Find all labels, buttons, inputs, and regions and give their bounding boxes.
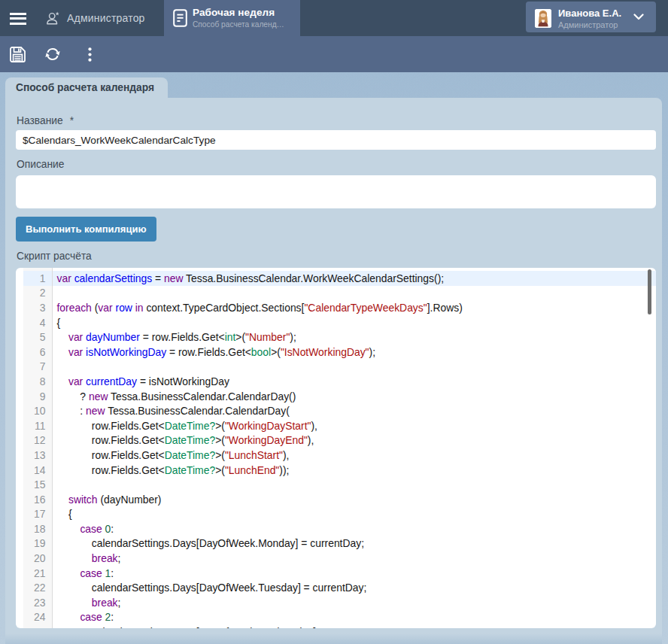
top-header-bar: Администратор Рабочая неделя Способ расч… bbox=[0, 0, 668, 36]
nav-tab-admin-label: Администратор bbox=[67, 12, 145, 24]
card-tab-text: Рабочая неделя Способ расчета календ… bbox=[193, 7, 284, 29]
script-field-label: Скрипт расчёта bbox=[17, 251, 92, 262]
code-line[interactable]: 17 { bbox=[16, 507, 656, 522]
code-line[interactable]: 10 : new Tessa.BusinessCalendar.Calendar… bbox=[16, 403, 656, 418]
code-line[interactable]: 2 bbox=[16, 286, 656, 301]
line-number: 17 bbox=[16, 508, 52, 520]
user-text: Иванова Е.А. Администратор bbox=[558, 8, 621, 30]
current-user-menu[interactable]: Иванова Е.А. Администратор bbox=[526, 2, 656, 32]
line-number: 12 bbox=[16, 434, 52, 446]
code-text: row.Fields.Get<DateTime?>("LunchEnd")); bbox=[52, 464, 290, 476]
line-number: 14 bbox=[16, 464, 52, 476]
code-line[interactable]: 6 var isNotWorkingDay = row.Fields.Get<b… bbox=[16, 345, 656, 360]
code-text: case 1: bbox=[52, 567, 114, 579]
save-button[interactable] bbox=[0, 36, 35, 72]
floppy-icon bbox=[9, 46, 26, 63]
code-line[interactable]: 4{ bbox=[16, 315, 656, 330]
kebab-icon bbox=[88, 47, 92, 62]
code-line[interactable]: 9 ? new Tessa.BusinessCalendar.CalendarD… bbox=[16, 389, 656, 404]
code-line[interactable]: 25 calendarSettings.Days[DayOfWeek.Wedne… bbox=[16, 624, 656, 627]
compile-button[interactable]: Выполнить компиляцию bbox=[16, 217, 156, 242]
code-line[interactable]: 8 var currentDay = isNotWorkingDay bbox=[16, 374, 656, 389]
code-text: calendarSettings.Days[DayOfWeek.Monday] … bbox=[52, 537, 365, 549]
code-line[interactable]: 1var calendarSettings = new Tessa.Busine… bbox=[23, 271, 656, 286]
code-line[interactable]: 14 row.Fields.Get<DateTime?>("LunchEnd")… bbox=[16, 463, 656, 478]
code-text: switch (dayNumber) bbox=[52, 494, 162, 506]
code-text: var isNotWorkingDay = row.Fields.Get<boo… bbox=[52, 346, 376, 358]
line-number: 4 bbox=[16, 317, 52, 329]
line-number: 25 bbox=[16, 626, 52, 627]
code-line[interactable]: 16 switch (dayNumber) bbox=[16, 492, 656, 507]
description-input[interactable] bbox=[16, 175, 656, 208]
card-content-area: Способ расчета календаря Название* Описа… bbox=[0, 72, 668, 644]
code-line[interactable]: 12 row.Fields.Get<DateTime?>("WorkingDay… bbox=[16, 433, 656, 448]
code-line[interactable]: 7 bbox=[16, 360, 656, 375]
code-text: var dayNumber = row.Fields.Get<int>("Num… bbox=[52, 331, 296, 343]
line-number: 10 bbox=[16, 405, 52, 417]
code-line[interactable]: 21 case 1: bbox=[16, 566, 656, 581]
description-field-label: Описание bbox=[17, 159, 64, 170]
hamburger-menu-icon[interactable] bbox=[10, 13, 26, 26]
card-section-tab-label: Способ расчета календаря bbox=[16, 82, 154, 93]
code-text: row.Fields.Get<DateTime?>("WorkingDayEnd… bbox=[52, 434, 314, 446]
script-code-editor[interactable]: 1var calendarSettings = new Tessa.Busine… bbox=[16, 268, 656, 628]
code-line[interactable]: 23 break; bbox=[16, 595, 656, 610]
code-text: row.Fields.Get<DateTime?>("WorkingDaySta… bbox=[52, 420, 317, 432]
code-text: calendarSettings.Days[DayOfWeek.Tuesday]… bbox=[52, 582, 367, 594]
code-text: case 2: bbox=[52, 611, 114, 623]
line-number: 1 bbox=[23, 272, 52, 284]
more-actions-button[interactable] bbox=[72, 36, 107, 72]
code-text: var currentDay = isNotWorkingDay bbox=[52, 375, 229, 387]
code-line[interactable]: 22 calendarSettings.Days[DayOfWeek.Tuesd… bbox=[16, 580, 656, 595]
code-line[interactable]: 19 calendarSettings.Days[DayOfWeek.Monda… bbox=[16, 536, 656, 551]
line-number: 7 bbox=[16, 360, 52, 372]
code-line[interactable]: 24 case 2: bbox=[16, 610, 656, 625]
line-number: 8 bbox=[16, 375, 52, 387]
code-text: ? new Tessa.BusinessCalendar.CalendarDay… bbox=[52, 390, 296, 402]
description-label-text: Описание bbox=[17, 159, 64, 170]
code-text: var calendarSettings = new Tessa.Busines… bbox=[52, 272, 445, 284]
name-field-label: Название* bbox=[17, 115, 74, 126]
code-text: { bbox=[52, 508, 72, 520]
line-number: 21 bbox=[16, 567, 52, 579]
name-input[interactable] bbox=[16, 130, 656, 150]
line-number: 2 bbox=[16, 287, 52, 299]
line-number: 15 bbox=[16, 478, 52, 491]
line-number: 22 bbox=[16, 582, 52, 594]
code-line[interactable]: 15 bbox=[16, 477, 656, 492]
chevron-down-icon bbox=[633, 14, 644, 20]
line-number: 18 bbox=[16, 523, 52, 535]
card-panel: Название* Описание Выполнить компиляцию … bbox=[5, 98, 662, 644]
code-text: { bbox=[52, 317, 61, 329]
line-number: 16 bbox=[16, 494, 52, 506]
editor-vertical-scrollbar[interactable] bbox=[648, 269, 651, 314]
code-text: calendarSettings.Days[DayOfWeek.Wednesda… bbox=[52, 626, 382, 627]
nav-tab-admin[interactable]: Администратор bbox=[33, 0, 157, 36]
code-line[interactable]: 20 break; bbox=[16, 551, 656, 566]
card-tab-subtitle: Способ расчета календ… bbox=[193, 20, 284, 29]
line-number: 24 bbox=[16, 611, 52, 623]
card-toolbar bbox=[0, 36, 668, 72]
avatar bbox=[535, 9, 551, 28]
nav-tab-card-active[interactable]: Рабочая неделя Способ расчета календ… bbox=[164, 0, 300, 36]
line-number: 6 bbox=[16, 346, 52, 358]
document-icon bbox=[173, 9, 187, 27]
code-line[interactable]: 3foreach (var row in context.TypeCardObj… bbox=[16, 300, 656, 315]
line-number: 5 bbox=[16, 331, 52, 343]
code-text: row.Fields.Get<DateTime?>("LunchStart"), bbox=[52, 449, 290, 461]
card-section-tab[interactable]: Способ расчета календаря bbox=[5, 77, 168, 98]
application-window: Администратор Рабочая неделя Способ расч… bbox=[0, 0, 668, 644]
refresh-button[interactable] bbox=[35, 36, 70, 72]
code-line[interactable]: 11 row.Fields.Get<DateTime?>("WorkingDay… bbox=[16, 418, 656, 433]
required-mark: * bbox=[70, 115, 74, 126]
code-line[interactable]: 5 var dayNumber = row.Fields.Get<int>("N… bbox=[16, 330, 656, 345]
name-label-text: Название bbox=[17, 115, 63, 126]
code-line[interactable]: 18 case 0: bbox=[16, 521, 656, 536]
code-text: : new Tessa.BusinessCalendar.CalendarDay… bbox=[52, 405, 290, 417]
code-line[interactable]: 13 row.Fields.Get<DateTime?>("LunchStart… bbox=[16, 448, 656, 463]
line-number: 3 bbox=[16, 302, 52, 314]
user-name: Иванова Е.А. bbox=[558, 8, 621, 19]
line-number: 13 bbox=[16, 449, 52, 461]
code-text: break; bbox=[52, 552, 121, 564]
user-star-icon bbox=[45, 11, 60, 26]
